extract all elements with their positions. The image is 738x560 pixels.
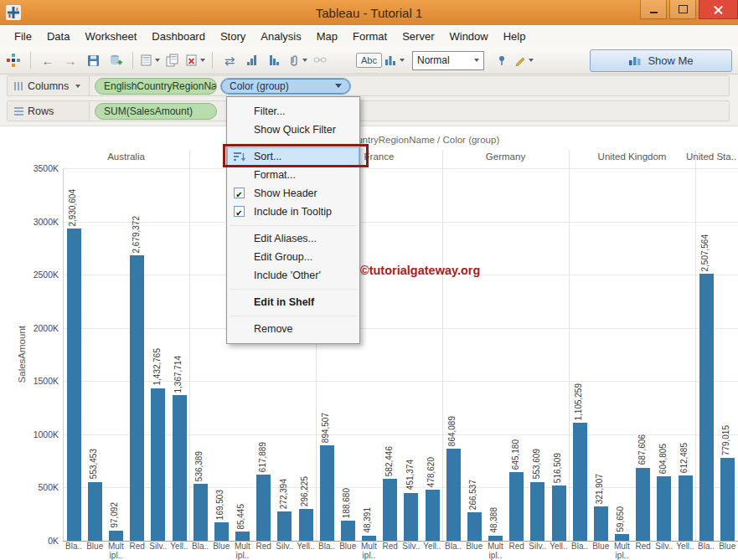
- bar[interactable]: [657, 476, 671, 541]
- add-data-source-icon[interactable]: [106, 50, 126, 70]
- bar[interactable]: [530, 482, 544, 541]
- bar[interactable]: [488, 536, 503, 541]
- bar[interactable]: [509, 472, 524, 541]
- y-axis-line: [63, 168, 64, 541]
- sort-ascending-icon[interactable]: [242, 50, 262, 70]
- show-me-button[interactable]: Show Me: [590, 49, 732, 72]
- bar[interactable]: [720, 458, 735, 541]
- bar[interactable]: [383, 479, 397, 541]
- clear-sheet-icon[interactable]: [185, 50, 205, 70]
- show-mark-labels-button[interactable]: Abc: [356, 53, 382, 68]
- bar[interactable]: [426, 490, 440, 541]
- bar[interactable]: [404, 493, 418, 541]
- bar[interactable]: [214, 522, 229, 541]
- menu-item-remove[interactable]: Remove: [227, 320, 359, 338]
- menu-item-show-quick-filter[interactable]: Show Quick Filter: [227, 121, 359, 139]
- bar[interactable]: [320, 445, 334, 541]
- pill-color-group[interactable]: Color (group): [220, 78, 351, 95]
- swap-axes-icon[interactable]: ⇄: [219, 50, 240, 70]
- menu-window[interactable]: Window: [441, 27, 495, 46]
- bar[interactable]: [299, 509, 313, 541]
- bar[interactable]: [88, 482, 102, 541]
- menu-bar: FileDataWorksheetDashboardStoryAnalysisM…: [0, 25, 738, 47]
- chart-type-icon[interactable]: [384, 50, 405, 70]
- pill-label: Color (group): [230, 80, 289, 92]
- checkbox-checked-icon: [234, 188, 245, 198]
- chevron-down-icon: [400, 59, 405, 62]
- tableau-logo-icon[interactable]: [3, 50, 23, 70]
- close-button[interactable]: [699, 0, 738, 19]
- fit-select[interactable]: Normal: [412, 51, 484, 70]
- bar[interactable]: [109, 531, 123, 541]
- menu-item-edit-in-shelf[interactable]: Edit in Shelf: [227, 293, 359, 311]
- chevron-down-icon: [200, 59, 205, 62]
- link-icon[interactable]: [310, 50, 330, 70]
- sort-descending-icon[interactable]: [265, 50, 285, 70]
- menu-item-include-in-tooltip[interactable]: Include in Tooltip: [227, 203, 359, 221]
- pill-englishcountryregionna[interactable]: EnglishCountryRegionNa..: [95, 78, 217, 95]
- chevron-down-icon: [75, 85, 80, 88]
- minimize-button[interactable]: [640, 0, 667, 19]
- bar[interactable]: [636, 468, 650, 541]
- bar[interactable]: [194, 484, 208, 541]
- bar[interactable]: [552, 486, 566, 541]
- pin-axes-icon[interactable]: [492, 50, 512, 70]
- menu-server[interactable]: Server: [395, 27, 441, 46]
- bar-value-label: 451,374: [405, 460, 415, 490]
- bar[interactable]: [615, 534, 629, 541]
- bar[interactable]: [362, 536, 376, 541]
- redo-icon[interactable]: →: [60, 50, 80, 70]
- menu-item-filter[interactable]: Filter...: [227, 102, 359, 121]
- rows-shelf[interactable]: Rows SUM(SalesAmount): [7, 100, 730, 121]
- bar[interactable]: [151, 388, 165, 541]
- menu-worksheet[interactable]: Worksheet: [77, 27, 144, 46]
- bar[interactable]: [594, 506, 608, 541]
- bar-value-label: 266,537: [468, 480, 477, 510]
- bar[interactable]: [679, 475, 693, 541]
- bar[interactable]: [699, 274, 714, 541]
- bar-value-label: 188,680: [342, 488, 351, 518]
- group-members-icon[interactable]: [287, 50, 307, 70]
- duplicate-sheet-icon[interactable]: [163, 50, 183, 70]
- bar-value-label: 1,105,259: [574, 383, 583, 421]
- menu-data[interactable]: Data: [39, 27, 77, 46]
- menu-map[interactable]: Map: [309, 27, 345, 46]
- bar[interactable]: [573, 423, 587, 541]
- bar[interactable]: [341, 521, 355, 541]
- bar[interactable]: [130, 255, 144, 541]
- bar-value-label: 48,391: [363, 507, 372, 533]
- menu-item-edit-group[interactable]: Edit Group...: [227, 248, 359, 266]
- undo-icon[interactable]: ←: [38, 50, 58, 70]
- window-controls: [637, 0, 738, 18]
- menu-item-include-other[interactable]: Include 'Other': [227, 266, 359, 285]
- menu-item-edit-aliases[interactable]: Edit Aliases...: [227, 229, 359, 248]
- pane-divider: [189, 150, 190, 541]
- menu-file[interactable]: File: [7, 27, 39, 46]
- menu-analysis[interactable]: Analysis: [253, 27, 308, 46]
- bar[interactable]: [67, 229, 81, 541]
- bar[interactable]: [467, 512, 482, 541]
- rows-shelf-head: Rows: [8, 101, 90, 121]
- highlight-icon[interactable]: [514, 50, 534, 70]
- pill-sum-salesamount[interactable]: SUM(SalesAmount): [95, 103, 217, 120]
- menu-item-label: Show Header: [254, 188, 317, 199]
- pane-header: Germany: [442, 152, 569, 165]
- menu-story[interactable]: Story: [213, 27, 253, 46]
- new-worksheet-icon[interactable]: [140, 50, 160, 70]
- maximize-button[interactable]: [669, 0, 696, 19]
- menu-format[interactable]: Format: [345, 27, 395, 46]
- bar[interactable]: [173, 395, 187, 541]
- bar[interactable]: [235, 532, 250, 541]
- menu-dashboard[interactable]: Dashboard: [144, 27, 213, 46]
- columns-shelf[interactable]: Columns EnglishCountryRegionNa..Color (g…: [7, 75, 730, 96]
- menu-item-show-header[interactable]: Show Header: [227, 184, 359, 203]
- pill-label: SUM(SalesAmount): [104, 105, 193, 117]
- menu-item-format[interactable]: Format...: [227, 166, 359, 184]
- save-icon[interactable]: [83, 50, 103, 70]
- bar[interactable]: [277, 511, 292, 541]
- bar[interactable]: [256, 475, 271, 541]
- bar[interactable]: [446, 449, 461, 541]
- bar-value-label: 272,394: [279, 479, 288, 509]
- menu-item-sort[interactable]: Sort...: [227, 147, 359, 166]
- menu-help[interactable]: Help: [496, 27, 534, 46]
